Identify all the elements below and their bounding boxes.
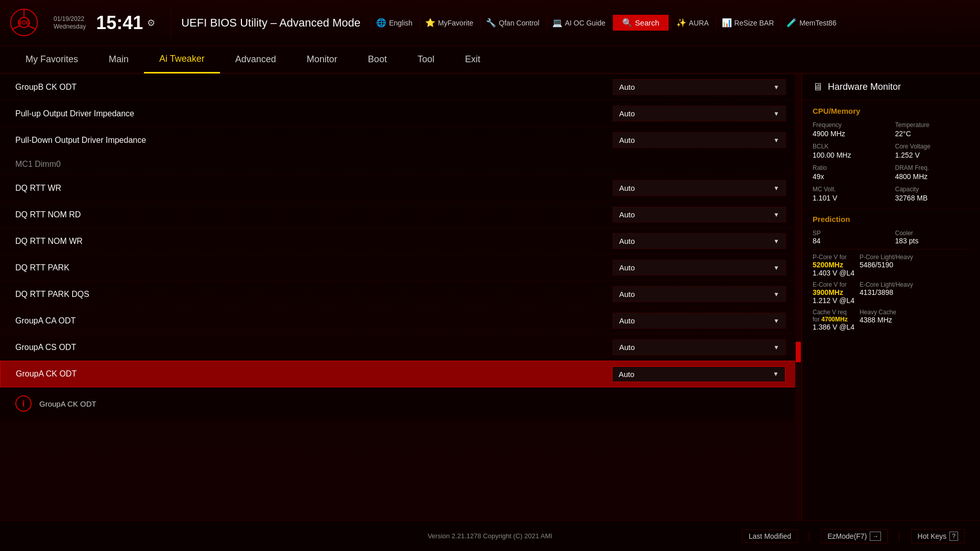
dropdown-dq-rtt-nom-rd[interactable]: Auto ▼	[612, 207, 786, 222]
hw-monitor-panel: 🖥 Hardware Monitor CPU/Memory Frequency …	[801, 74, 980, 520]
row-label-groupa-ca-odt: GroupA CA ODT	[15, 316, 168, 325]
tab-favorites[interactable]: My Favorites	[10, 45, 93, 73]
prediction-title: Prediction	[813, 215, 970, 223]
dram-freq-label: DRAM Freq.	[895, 164, 970, 171]
pcore-v-freq: 5200MHz	[813, 261, 854, 269]
ai-icon: 💻	[552, 18, 562, 28]
tool-myfavorite[interactable]: ⭐ MyFavorite	[420, 16, 478, 30]
row-control-groupa-cs-odt: Auto ▼	[612, 339, 786, 355]
row-label-dq-rtt-park: DQ RTT PARK	[15, 263, 168, 272]
hw-monitor-title: Hardware Monitor	[828, 82, 901, 92]
pcore-v-label: P-Core V for	[813, 254, 854, 261]
table-row[interactable]: GroupB CK ODT Auto ▼	[0, 74, 801, 101]
pcore-v-detail-value: 5486/5190	[860, 261, 913, 269]
cpu-memory-grid: Frequency 4900 MHz Temperature 22°C BCLK…	[813, 121, 970, 202]
row-label-dq-rtt-park-dqs: DQ RTT PARK DQS	[15, 290, 168, 299]
dropdown-groupb-ck-odt[interactable]: Auto ▼	[612, 79, 786, 95]
chevron-down-icon: ▼	[773, 185, 779, 192]
row-control-dq-rtt-wr: Auto ▼	[612, 180, 786, 196]
hot-keys-button[interactable]: Hot Keys ?	[911, 529, 965, 543]
cache-v-for: for 4700MHz	[813, 316, 854, 323]
dropdown-value-dq-rtt-nom-wr: Auto	[619, 237, 635, 245]
dropdown-groupa-ca-odt[interactable]: Auto ▼	[612, 313, 786, 329]
section-label-mc1dimm0: MC1 Dimm0	[15, 160, 168, 169]
dropdown-pullup[interactable]: Auto ▼	[612, 106, 786, 121]
row-control-pullup: Auto ▼	[612, 106, 786, 121]
tab-monitor[interactable]: Monitor	[291, 45, 353, 73]
temperature-value: 22°C	[895, 130, 970, 138]
logo-area: ROG	[10, 9, 38, 37]
dropdown-dq-rtt-park-dqs[interactable]: Auto ▼	[612, 286, 786, 302]
tab-aitweaker[interactable]: Ai Tweaker	[144, 45, 220, 73]
sp-value: 84	[813, 237, 888, 245]
dropdown-value-dq-rtt-park-dqs: Auto	[619, 290, 635, 298]
ez-mode-button[interactable]: EzMode(F7) →	[821, 529, 888, 543]
tab-boot[interactable]: Boot	[353, 45, 402, 73]
temperature-label: Temperature	[895, 121, 970, 129]
footer: Version 2.21.1278 Copyright (C) 2021 AMI…	[0, 520, 980, 551]
dropdown-groupa-cs-odt[interactable]: Auto ▼	[612, 339, 786, 355]
ez-mode-label: EzMode(F7)	[827, 532, 867, 540]
row-control-dq-rtt-park-dqs: Auto ▼	[612, 286, 786, 302]
tool-aioc-label: AI OC Guide	[565, 19, 605, 27]
tool-qfan[interactable]: 🔧 Qfan Control	[480, 16, 544, 30]
chevron-down-icon: ▼	[773, 291, 779, 298]
row-control-groupa-ck-odt: Auto ▼	[612, 366, 786, 382]
tool-english-label: English	[389, 19, 412, 27]
row-control-dq-rtt-nom-rd: Auto ▼	[612, 207, 786, 222]
chevron-down-icon: ▼	[773, 238, 779, 245]
table-row[interactable]: DQ RTT NOM WR Auto ▼	[0, 228, 801, 255]
cache-v-block: Cache V req for 4700MHz 1.386 V @L4 Heav…	[813, 309, 970, 331]
info-text: GroupA CK ODT	[39, 399, 96, 408]
tool-memtest[interactable]: 🧪 MemTest86	[781, 16, 841, 30]
table-row[interactable]: DQ RTT WR Auto ▼	[0, 175, 801, 202]
table-row[interactable]: Pull-up Output Driver Impedance Auto ▼	[0, 101, 801, 127]
row-control-groupa-ca-odt: Auto ▼	[612, 313, 786, 329]
last-modified-button[interactable]: Last Modified	[742, 530, 798, 543]
globe-icon: 🌐	[376, 18, 386, 28]
tool-aura[interactable]: ✨ AURA	[671, 16, 714, 30]
tool-resizebar[interactable]: 📊 ReSize BAR	[716, 16, 779, 30]
table-row[interactable]: GroupA CS ODT Auto ▼	[0, 334, 801, 361]
ratio-value: 49x	[813, 172, 888, 181]
mc-volt-value: 1.101 V	[813, 194, 888, 202]
dropdown-pulldown[interactable]: Auto ▼	[612, 132, 786, 148]
hw-divider	[813, 249, 970, 249]
scrollbar-track[interactable]	[795, 74, 801, 520]
table-row[interactable]: GroupA CA ODT Auto ▼	[0, 308, 801, 334]
ecore-v-detail-label: E-Core Light/Heavy	[860, 281, 913, 288]
footer-separator2: |	[898, 530, 900, 542]
tab-advanced[interactable]: Advanced	[220, 45, 291, 73]
dropdown-groupa-ck-odt[interactable]: Auto ▼	[612, 366, 786, 382]
cache-v-detail-value: 4388 MHz	[860, 316, 896, 324]
table-row[interactable]: DQ RTT PARK Auto ▼	[0, 255, 801, 281]
dropdown-dq-rtt-park[interactable]: Auto ▼	[612, 260, 786, 276]
tab-main[interactable]: Main	[93, 45, 144, 73]
scrollbar-thumb[interactable]	[796, 342, 801, 362]
bclk-value: 100.00 MHz	[813, 151, 888, 159]
header: ROG 01/19/2022 Wednesday 15:41 ⚙ UEFI BI…	[0, 0, 980, 46]
capacity-value: 32768 MB	[895, 194, 970, 202]
mc-volt-label: MC Volt.	[813, 186, 888, 193]
tool-aioc[interactable]: 💻 AI OC Guide	[547, 16, 610, 30]
header-tools: 🌐 English ⭐ MyFavorite 🔧 Qfan Control 💻 …	[371, 15, 970, 31]
table-row[interactable]: Pull-Down Output Driver Impedance Auto ▼	[0, 127, 801, 154]
row-control-dq-rtt-nom-wr: Auto ▼	[612, 233, 786, 249]
tab-tool[interactable]: Tool	[402, 45, 450, 73]
ez-mode-icon: →	[870, 532, 881, 541]
table-row-selected[interactable]: GroupA CK ODT Auto ▼	[0, 361, 801, 387]
dropdown-dq-rtt-nom-wr[interactable]: Auto ▼	[612, 233, 786, 249]
tool-memtest-label: MemTest86	[799, 19, 836, 27]
dropdown-dq-rtt-wr[interactable]: Auto ▼	[612, 180, 786, 196]
cooler-label: Cooler	[895, 230, 970, 237]
tool-search[interactable]: 🔍 Search	[612, 15, 669, 31]
last-modified-label: Last Modified	[749, 532, 791, 540]
dropdown-value-groupa-cs-odt: Auto	[619, 343, 635, 352]
tab-exit[interactable]: Exit	[450, 45, 496, 73]
dropdown-value-dq-rtt-wr: Auto	[619, 184, 635, 192]
clock-settings-icon[interactable]: ⚙	[147, 17, 155, 29]
table-row[interactable]: DQ RTT PARK DQS Auto ▼	[0, 281, 801, 308]
info-icon: i	[15, 395, 32, 412]
tool-english[interactable]: 🌐 English	[371, 16, 418, 30]
table-row[interactable]: DQ RTT NOM RD Auto ▼	[0, 202, 801, 228]
